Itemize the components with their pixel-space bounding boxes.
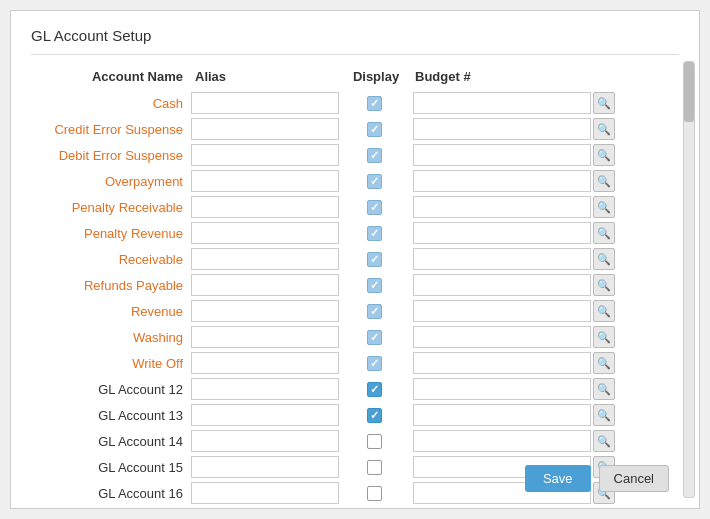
cancel-button[interactable]: Cancel xyxy=(599,465,669,492)
search-button[interactable]: 🔍 xyxy=(593,326,615,348)
table-row: Penalty Receivable🔍 xyxy=(31,194,691,220)
search-button[interactable]: 🔍 xyxy=(593,144,615,166)
search-button[interactable]: 🔍 xyxy=(593,248,615,270)
display-checkbox[interactable] xyxy=(367,460,382,475)
display-cell xyxy=(339,486,409,501)
display-cell xyxy=(339,278,409,293)
account-name-cell: GL Account 13 xyxy=(31,408,191,423)
table-row: GL Account 12🔍 xyxy=(31,376,691,402)
alias-input[interactable] xyxy=(191,352,339,374)
budget-input[interactable] xyxy=(413,118,591,140)
display-checkbox[interactable] xyxy=(367,148,382,163)
display-checkbox[interactable] xyxy=(367,356,382,371)
budget-group: 🔍 xyxy=(409,92,615,114)
display-cell xyxy=(339,226,409,241)
display-checkbox[interactable] xyxy=(367,226,382,241)
footer: Save Cancel xyxy=(525,465,669,492)
table-row: Receivable🔍 xyxy=(31,246,691,272)
display-checkbox[interactable] xyxy=(367,278,382,293)
budget-input[interactable] xyxy=(413,404,591,426)
display-checkbox[interactable] xyxy=(367,122,382,137)
budget-group: 🔍 xyxy=(409,118,615,140)
account-name-cell: GL Account 12 xyxy=(31,382,191,397)
alias-input[interactable] xyxy=(191,274,339,296)
budget-group: 🔍 xyxy=(409,430,615,452)
header-budget: Budget # xyxy=(411,69,611,84)
display-checkbox[interactable] xyxy=(367,382,382,397)
search-button[interactable]: 🔍 xyxy=(593,300,615,322)
display-checkbox[interactable] xyxy=(367,174,382,189)
table-header: Account Name Alias Display Budget # xyxy=(31,65,691,88)
budget-input[interactable] xyxy=(413,274,591,296)
budget-group: 🔍 xyxy=(409,404,615,426)
account-name-cell: Washing xyxy=(31,330,191,345)
alias-input[interactable] xyxy=(191,92,339,114)
budget-input[interactable] xyxy=(413,430,591,452)
budget-input[interactable] xyxy=(413,144,591,166)
table-row: Penalty Revenue🔍 xyxy=(31,220,691,246)
display-checkbox[interactable] xyxy=(367,486,382,501)
display-cell xyxy=(339,122,409,137)
budget-input[interactable] xyxy=(413,222,591,244)
search-button[interactable]: 🔍 xyxy=(593,404,615,426)
alias-input[interactable] xyxy=(191,404,339,426)
display-checkbox[interactable] xyxy=(367,96,382,111)
account-name-cell: Overpayment xyxy=(31,174,191,189)
budget-group: 🔍 xyxy=(409,144,615,166)
display-checkbox[interactable] xyxy=(367,330,382,345)
budget-input[interactable] xyxy=(413,352,591,374)
budget-input[interactable] xyxy=(413,170,591,192)
alias-input[interactable] xyxy=(191,430,339,452)
alias-input[interactable] xyxy=(191,378,339,400)
alias-input[interactable] xyxy=(191,456,339,478)
display-checkbox[interactable] xyxy=(367,252,382,267)
search-button[interactable]: 🔍 xyxy=(593,378,615,400)
table-row: Credit Error Suspense🔍 xyxy=(31,116,691,142)
budget-group: 🔍 xyxy=(409,170,615,192)
budget-group: 🔍 xyxy=(409,274,615,296)
display-cell xyxy=(339,408,409,423)
budget-input[interactable] xyxy=(413,248,591,270)
alias-input[interactable] xyxy=(191,482,339,504)
account-name-cell: GL Account 15 xyxy=(31,460,191,475)
search-button[interactable]: 🔍 xyxy=(593,274,615,296)
display-cell xyxy=(339,148,409,163)
budget-input[interactable] xyxy=(413,92,591,114)
display-checkbox[interactable] xyxy=(367,200,382,215)
table-row: Write Off🔍 xyxy=(31,350,691,376)
budget-input[interactable] xyxy=(413,378,591,400)
alias-input[interactable] xyxy=(191,300,339,322)
alias-input[interactable] xyxy=(191,196,339,218)
display-checkbox[interactable] xyxy=(367,408,382,423)
search-button[interactable]: 🔍 xyxy=(593,430,615,452)
budget-input[interactable] xyxy=(413,196,591,218)
display-cell xyxy=(339,200,409,215)
table-row: GL Account 13🔍 xyxy=(31,402,691,428)
alias-input[interactable] xyxy=(191,248,339,270)
display-cell xyxy=(339,252,409,267)
search-button[interactable]: 🔍 xyxy=(593,170,615,192)
display-checkbox[interactable] xyxy=(367,434,382,449)
search-button[interactable]: 🔍 xyxy=(593,352,615,374)
scrollbar-thumb[interactable] xyxy=(684,62,694,122)
display-checkbox[interactable] xyxy=(367,304,382,319)
budget-input[interactable] xyxy=(413,300,591,322)
search-button[interactable]: 🔍 xyxy=(593,222,615,244)
table-row: Cash🔍 xyxy=(31,90,691,116)
display-cell xyxy=(339,434,409,449)
search-button[interactable]: 🔍 xyxy=(593,196,615,218)
account-name-cell: Cash xyxy=(31,96,191,111)
save-button[interactable]: Save xyxy=(525,465,591,492)
display-cell xyxy=(339,460,409,475)
alias-input[interactable] xyxy=(191,118,339,140)
scrollbar[interactable] xyxy=(683,61,695,498)
alias-input[interactable] xyxy=(191,144,339,166)
search-button[interactable]: 🔍 xyxy=(593,118,615,140)
search-button[interactable]: 🔍 xyxy=(593,92,615,114)
alias-input[interactable] xyxy=(191,222,339,244)
budget-group: 🔍 xyxy=(409,378,615,400)
alias-input[interactable] xyxy=(191,326,339,348)
alias-input[interactable] xyxy=(191,170,339,192)
budget-group: 🔍 xyxy=(409,222,615,244)
budget-input[interactable] xyxy=(413,326,591,348)
